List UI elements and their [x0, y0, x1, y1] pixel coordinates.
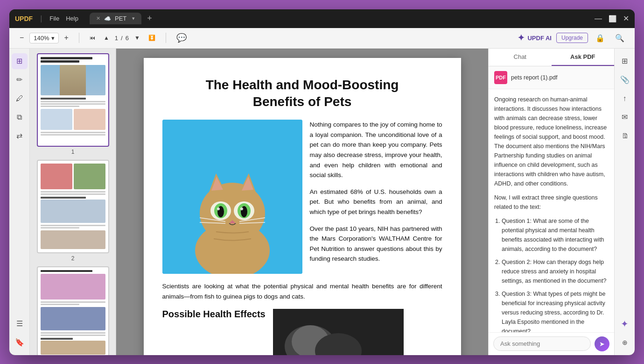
- rp-view-icon[interactable]: ⊞: [617, 53, 633, 69]
- pdf-page: The Health and Mood-BoostingBenefits of …: [144, 58, 461, 355]
- page-separator: /: [121, 35, 123, 42]
- tab-chat[interactable]: Chat: [489, 49, 552, 66]
- ai-question-intro: Now, I will extract three single questio…: [494, 193, 609, 212]
- lock-button[interactable]: 🔒: [593, 32, 608, 44]
- app-logo: UPDF: [15, 15, 33, 22]
- tab-ask-pdf[interactable]: Ask PDF: [552, 49, 615, 66]
- ai-question-2: Question 2: How can therapy dogs help re…: [502, 257, 609, 285]
- sidebar-item-combine[interactable]: ⧉: [12, 109, 28, 125]
- pdf-bottom-image: [273, 309, 404, 355]
- ai-file-name: pets report (1).pdf: [511, 74, 557, 81]
- comment-button[interactable]: 💬: [174, 31, 189, 45]
- tab-arrow-icon: ▾: [132, 15, 135, 21]
- sidebar-item-thumbnail[interactable]: ⊞: [12, 53, 28, 69]
- tab-pet[interactable]: ✕ ☁️ PET ▾: [90, 13, 141, 24]
- ai-question-3: Question 3: What types of pets might be …: [502, 289, 609, 332]
- menu-bar: File Help: [49, 15, 78, 22]
- pdf-section-title: Possible Health Effects: [162, 309, 266, 320]
- zoom-out-button[interactable]: −: [17, 32, 27, 44]
- rp-ai-icon[interactable]: ✦: [617, 316, 633, 332]
- page-nav: 1 / 6: [115, 35, 129, 42]
- thumb-item-2[interactable]: 2: [35, 160, 111, 262]
- thumb-num-2: 2: [71, 255, 75, 262]
- pdf-content-row: Nothing compares to the joy of coming ho…: [162, 120, 442, 274]
- ai-panel: Chat Ask PDF PDF pets report (1).pdf Ong…: [488, 49, 614, 355]
- menu-file[interactable]: File: [49, 15, 59, 22]
- minimize-button[interactable]: —: [595, 14, 602, 23]
- rp-mail-icon[interactable]: ✉: [617, 109, 633, 125]
- cat-illustration: [162, 120, 302, 274]
- left-sidebar: ⊞ ✏ 🖊 ⧉ ⇄ ☰ 🔖: [9, 49, 30, 355]
- maximize-button[interactable]: ⬜: [609, 15, 616, 22]
- pdf-section-block: Possible Health Effects: [162, 309, 266, 325]
- ai-logo-icon: ✦: [518, 33, 525, 43]
- pdf-para-2: An estimated 68% of U.S. households own …: [310, 187, 442, 217]
- ai-file-info: PDF pets report (1).pdf: [489, 66, 614, 89]
- svg-point-13: [217, 207, 220, 210]
- thumb-num-1: 1: [71, 149, 75, 155]
- sidebar-item-edit[interactable]: ✏: [12, 72, 28, 88]
- thumb-image-2: [37, 160, 109, 253]
- sidebar-item-layers[interactable]: ☰: [12, 316, 28, 332]
- title-sep: |: [40, 14, 42, 23]
- pdf-viewer[interactable]: The Health and Mood-BoostingBenefits of …: [116, 49, 488, 355]
- ai-questions-list: Question 1: What are some of the potenti…: [494, 216, 609, 332]
- toolbar-sep-2: [166, 33, 166, 43]
- sidebar-item-annotate[interactable]: 🖊: [12, 91, 28, 107]
- thumbnail-panel: 1: [30, 49, 116, 355]
- tab-area: ✕ ☁️ PET ▾ +: [90, 13, 155, 24]
- close-button[interactable]: ✕: [623, 14, 629, 23]
- window-controls: — ⬜ ✕: [595, 14, 629, 23]
- right-panel-icons: ⊞ 📎 ↑ ✉ 🖺 ✦ ⊕: [614, 49, 635, 355]
- rp-extra-icon[interactable]: ⊕: [617, 335, 633, 350]
- search-button[interactable]: 🔍: [612, 32, 627, 44]
- thumb-image-1: [37, 53, 109, 147]
- rp-share-icon[interactable]: ↑: [617, 91, 633, 107]
- thumb-image-3: [37, 266, 109, 355]
- upgrade-button[interactable]: Upgrade: [556, 33, 588, 43]
- ai-tabs: Chat Ask PDF: [489, 49, 614, 66]
- ai-send-button[interactable]: ➤: [595, 336, 609, 351]
- thumb-item-3[interactable]: 3: [35, 266, 111, 355]
- nav-first-button[interactable]: ⏮: [87, 33, 98, 43]
- ai-input-row: ➤: [489, 332, 614, 355]
- rp-attachment-icon[interactable]: 📎: [617, 72, 633, 88]
- sidebar-item-bookmark[interactable]: 🔖: [12, 335, 28, 350]
- ai-chat-body: Ongoing research on human-animal interac…: [489, 89, 614, 332]
- nav-last-button[interactable]: ⏬: [146, 33, 158, 43]
- nav-next-button[interactable]: ▼: [132, 33, 143, 43]
- zoom-level-display[interactable]: 140% ▾: [29, 33, 58, 43]
- logo-text: UPDF: [15, 15, 33, 22]
- zoom-value: 140%: [34, 35, 49, 42]
- pdf-para-3: Over the past 10 years, NIH has partnere…: [310, 224, 442, 264]
- toolbar-sep-1: [79, 33, 79, 43]
- pdf-para-4: Scientists are looking at what the poten…: [162, 281, 442, 301]
- zoom-in-button[interactable]: +: [62, 32, 71, 44]
- pdf-para-1: Nothing compares to the joy of coming ho…: [310, 120, 442, 180]
- tab-close-icon[interactable]: ✕: [96, 15, 100, 21]
- tab-add-button[interactable]: +: [144, 14, 155, 23]
- menu-help[interactable]: Help: [66, 15, 78, 22]
- app-window: UPDF | File Help ✕ ☁️ PET ▾ + — ⬜ ✕ − 14…: [9, 9, 635, 355]
- title-bar: UPDF | File Help ✕ ☁️ PET ▾ + — ⬜ ✕: [9, 9, 635, 28]
- sidebar-item-convert[interactable]: ⇄: [12, 128, 28, 144]
- pdf-cat-image: [162, 120, 302, 274]
- rp-stamp-icon[interactable]: 🖺: [617, 128, 633, 144]
- pdf-text-column: Nothing compares to the joy of coming ho…: [310, 120, 442, 274]
- svg-point-14: [240, 207, 243, 210]
- pdf-bottom-section: Possible Health Effects: [162, 309, 442, 355]
- ai-chat-text: Ongoing research on human-animal interac…: [494, 95, 609, 188]
- page-total: 6: [126, 35, 129, 42]
- tab-cloud-icon: ☁️: [104, 15, 111, 22]
- updf-ai-button[interactable]: ✦ UPDF AI: [518, 33, 552, 43]
- tab-label: PET: [115, 15, 126, 22]
- ai-input-field[interactable]: [493, 336, 591, 351]
- thumb-item-1[interactable]: 1: [35, 53, 111, 155]
- pdf-title: The Health and Mood-BoostingBenefits of …: [162, 77, 442, 111]
- ai-question-1: Question 1: What are some of the potenti…: [502, 216, 609, 254]
- main-content: ⊞ ✏ 🖊 ⧉ ⇄ ☰ 🔖: [9, 49, 635, 355]
- zoom-dropdown-icon: ▾: [51, 35, 55, 42]
- nav-prev-button[interactable]: ▲: [101, 33, 112, 43]
- ai-label: UPDF AI: [527, 35, 552, 42]
- zoom-controls: − 140% ▾ +: [17, 32, 71, 44]
